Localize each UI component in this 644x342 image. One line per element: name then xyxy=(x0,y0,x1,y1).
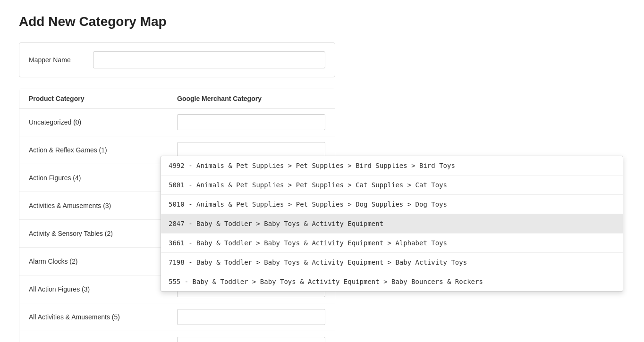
product-category-name: Action & Reflex Games (1) xyxy=(29,146,177,154)
dropdown-item[interactable]: 5001 - Animals & Pet Supplies > Pet Supp… xyxy=(161,175,623,195)
dropdown-item[interactable]: 4992 - Animals & Pet Supplies > Pet Supp… xyxy=(161,156,623,175)
mapper-name-section: Mapper Name xyxy=(19,42,335,77)
dropdown-item[interactable]: 5010 - Animals & Pet Supplies > Pet Supp… xyxy=(161,195,623,214)
table-row: All Arts & Crafts (2) xyxy=(19,331,335,342)
product-category-name: All Action Figures (3) xyxy=(29,285,177,293)
mapper-name-label: Mapper Name xyxy=(29,56,85,64)
mapper-name-input[interactable] xyxy=(93,51,325,68)
page-title: Add New Category Map xyxy=(19,14,625,29)
dropdown-item[interactable]: 7198 - Baby & Toddler > Baby Toys & Acti… xyxy=(161,253,623,272)
table-header: Product Category Google Merchant Categor… xyxy=(19,89,335,108)
product-category-name: Activities & Amusements (3) xyxy=(29,202,177,209)
dropdown-item[interactable]: 555 - Baby & Toddler > Baby Toys & Activ… xyxy=(161,272,623,291)
col-gmc: Google Merchant Category xyxy=(177,95,325,102)
gmc-input[interactable] xyxy=(177,337,325,342)
product-category-name: Action Figures (4) xyxy=(29,174,177,182)
gmc-dropdown: 4992 - Animals & Pet Supplies > Pet Supp… xyxy=(161,156,623,292)
product-category-name: Alarm Clocks (2) xyxy=(29,258,177,265)
table-row: Uncategorized (0) xyxy=(19,108,335,136)
product-category-name: Activity & Sensory Tables (2) xyxy=(29,230,177,237)
product-category-name: All Activities & Amusements (5) xyxy=(29,313,177,321)
dropdown-item[interactable]: 3661 - Baby & Toddler > Baby Toys & Acti… xyxy=(161,234,623,253)
table-row: All Activities & Amusements (5) xyxy=(19,303,335,331)
gmc-input[interactable] xyxy=(177,309,325,325)
gmc-input[interactable] xyxy=(177,114,325,130)
product-category-name: Uncategorized (0) xyxy=(29,118,177,126)
dropdown-item-highlighted[interactable]: 2847 - Baby & Toddler > Baby Toys & Acti… xyxy=(161,214,623,234)
col-product-category: Product Category xyxy=(29,95,177,102)
